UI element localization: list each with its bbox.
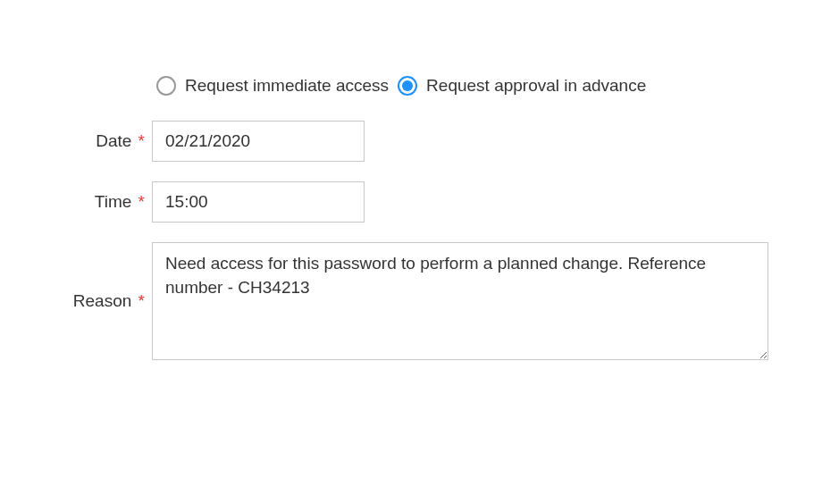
date-label-text: Date: [96, 131, 131, 150]
required-indicator: *: [138, 192, 145, 211]
access-request-form: Request immediate access Request approva…: [0, 0, 822, 360]
reason-label: Reason *: [36, 291, 152, 311]
time-input[interactable]: [152, 181, 365, 223]
radio-icon: [156, 76, 176, 96]
radio-icon: [398, 76, 417, 96]
radio-approval-advance[interactable]: Request approval in advance: [398, 76, 646, 96]
radio-advance-label: Request approval in advance: [426, 76, 646, 96]
radio-immediate-access[interactable]: Request immediate access: [156, 76, 389, 96]
required-indicator: *: [138, 291, 145, 310]
reason-row: Reason * Need access for this password t…: [36, 242, 822, 360]
access-type-radio-group: Request immediate access Request approva…: [156, 76, 822, 96]
time-label: Time *: [36, 192, 152, 212]
time-label-text: Time: [95, 192, 132, 211]
radio-immediate-label: Request immediate access: [185, 76, 389, 96]
date-label: Date *: [36, 131, 152, 151]
date-row: Date *: [36, 121, 822, 162]
reason-textarea[interactable]: Need access for this password to perform…: [152, 242, 768, 360]
required-indicator: *: [138, 131, 145, 150]
time-row: Time *: [36, 181, 822, 223]
reason-label-text: Reason: [73, 291, 132, 310]
date-input[interactable]: [152, 121, 365, 162]
